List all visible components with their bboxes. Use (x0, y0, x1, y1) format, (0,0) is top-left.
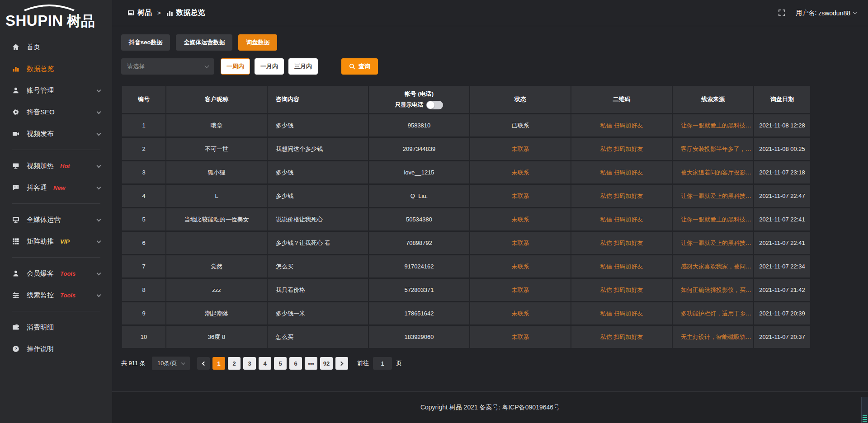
cell-source-link[interactable]: 让你一眼就爱上的黑科技，能… (673, 208, 753, 230)
sidebar-item-video-publish[interactable]: 视频发布 (0, 123, 112, 145)
cell-content: 多少钱一米 (268, 302, 368, 324)
chevron-down-icon (97, 271, 101, 276)
chevron-down-icon (97, 185, 101, 190)
table-row: 5当地比较能吃的一位美女说说价格让我死心50534380未联系私信 扫码加好友让… (122, 208, 810, 230)
cell-source-link[interactable]: 无主灯设计，智能磁吸轨道灯… (673, 326, 753, 348)
chevron-right-icon (339, 361, 344, 366)
user-menu[interactable]: 用户名: zswodun88 (796, 9, 856, 17)
cell-status: 未联系 (470, 326, 571, 348)
prev-page-button[interactable] (197, 357, 210, 370)
cell-qrcode-link[interactable]: 私信 扫码加好友 (571, 279, 672, 301)
cell-source-link[interactable]: 让你一眼就爱上的黑科技，能… (673, 114, 753, 136)
tab-inquiry-data[interactable]: 询盘数据 (238, 34, 277, 51)
inquiry-table: 编号 客户昵称 咨询内容 帐号 (电话) 只显示电话 状态 二维码 线索来源 询… (121, 85, 811, 349)
gear-icon (12, 108, 20, 116)
cell-source-link[interactable]: 感谢大家喜欢我家，被问了好… (673, 255, 753, 277)
app-logo: SHUPIN树品 (0, 0, 112, 36)
col-date: 询盘日期 (754, 86, 810, 113)
chevron-down-icon (97, 88, 101, 93)
sidebar-item-data-overview[interactable]: 数据总览 (0, 58, 112, 80)
data-type-tabs: 抖音seo数据 全媒体运营数据 询盘数据 (121, 34, 859, 51)
sidebar-item-label: 抖客通 (27, 183, 47, 192)
cell-qrcode-link[interactable]: 私信 扫码加好友 (571, 255, 672, 277)
sidebar-item-label: 抖音SEO (27, 108, 55, 117)
cell-id: 10 (122, 326, 165, 348)
cell-nickname: L (166, 185, 267, 207)
cell-qrcode-link[interactable]: 私信 扫码加好友 (571, 302, 672, 324)
col-id: 编号 (122, 86, 165, 113)
page-button-3[interactable]: 3 (243, 357, 256, 370)
table-row: 1036度 8怎么买183929060未联系私信 扫码加好友无主灯设计，智能磁吸… (122, 326, 810, 348)
cell-source-link[interactable]: 多功能护栏灯，适用于乡村文… (673, 302, 753, 324)
page-button-2[interactable]: 2 (228, 357, 241, 370)
sidebar-item-account-manage[interactable]: 账号管理 (0, 80, 112, 101)
cell-id: 9 (122, 302, 165, 324)
sidebar-divider (12, 257, 100, 258)
cell-date: 2021-11-07 22:34 (754, 255, 810, 277)
sidebar-item-operation-guide[interactable]: ?操作说明 (0, 338, 112, 360)
period-month-button[interactable]: 一月内 (255, 58, 284, 75)
goto-page: 前往 页 (357, 357, 402, 370)
period-week-button[interactable]: 一周内 (221, 58, 250, 75)
cell-qrcode-link[interactable]: 私信 扫码加好友 (571, 208, 672, 230)
cell-status: 未联系 (470, 302, 571, 324)
sidebar-item-lead-monitor[interactable]: 线索监控Tools (0, 284, 112, 306)
sidebar-item-omni-media[interactable]: 全媒体运营 (0, 209, 112, 230)
cell-content: 多少钱？让我死心 看 (268, 232, 368, 254)
col-content: 咨询内容 (268, 86, 368, 113)
cell-qrcode-link[interactable]: 私信 扫码加好友 (571, 185, 672, 207)
footer: Copyright 树品 2021 备案号: 粤ICP备09019646号 (112, 391, 868, 423)
cell-qrcode-link[interactable]: 私信 扫码加好友 (571, 138, 672, 160)
account-select[interactable]: 请选择 (121, 58, 214, 75)
tab-douyin-seo-data[interactable]: 抖音seo数据 (121, 34, 170, 51)
fullscreen-icon[interactable] (778, 9, 786, 17)
sidebar-item-badge: New (53, 184, 66, 191)
grid-icon (12, 238, 20, 245)
table-row: 8zzz我只看价格572803371未联系私信 扫码加好友如何正确选择投影仪，买… (122, 279, 810, 301)
chevron-down-icon (97, 164, 101, 168)
bar-chart-icon (166, 9, 173, 16)
page-size-select[interactable]: 10条/页 (152, 357, 190, 370)
cell-source-link[interactable]: 客厅安装投影半年多了，真实… (673, 138, 753, 160)
goto-page-input[interactable] (373, 357, 392, 370)
cell-source-link[interactable]: 让你一眼就爱上的黑科技，能… (673, 232, 753, 254)
page-button-92[interactable]: 92 (320, 357, 333, 370)
sliders-icon (12, 291, 20, 299)
table-row: 7觉然怎么买917024162未联系私信 扫码加好友感谢大家喜欢我家，被问了好…… (122, 255, 810, 277)
cell-status: 未联系 (470, 279, 571, 301)
cell-account: 178651642 (369, 302, 469, 324)
page-button-4[interactable]: 4 (259, 357, 271, 370)
page-button-6[interactable]: 6 (289, 357, 302, 370)
help-icon: ? (12, 345, 20, 352)
next-page-button[interactable] (335, 357, 348, 370)
sidebar-item-douyin-seo[interactable]: 抖音SEO (0, 101, 112, 123)
sidebar-item-home[interactable]: 首页 (0, 36, 112, 58)
tab-omnimedia-data[interactable]: 全媒体运营数据 (176, 34, 232, 51)
logo-cjk: 树品 (67, 13, 95, 29)
cell-qrcode-link[interactable]: 私信 扫码加好友 (571, 161, 672, 183)
cell-qrcode-link[interactable]: 私信 扫码加好友 (571, 326, 672, 348)
period-quarter-button[interactable]: 三月内 (288, 58, 318, 75)
sidebar-item-badge: Tools (60, 292, 75, 299)
sidebar-item-matrix-boost[interactable]: 矩阵助推VIP (0, 230, 112, 252)
more-pages-button[interactable]: ••• (305, 357, 317, 370)
copyright-text: Copyright 树品 2021 备案号: 粤ICP备09019646号 (420, 404, 560, 412)
sidebar-item-member-baoke[interactable]: 会员爆客Tools (0, 263, 112, 284)
breadcrumb-home[interactable]: 树品 (137, 8, 152, 18)
cell-qrcode-link[interactable]: 私信 扫码加好友 (571, 114, 672, 136)
cell-source-link[interactable]: 被大家追着问的客厅投影分享… (673, 161, 753, 183)
sidebar-item-douketong[interactable]: 抖客通New (0, 177, 112, 198)
cell-source-link[interactable]: 如何正确选择投影仪，买投影… (673, 279, 753, 301)
sidebar-item-consume-detail[interactable]: 消费明细 (0, 316, 112, 338)
page-button-5[interactable]: 5 (274, 357, 287, 370)
cell-id: 3 (122, 161, 165, 183)
cell-account: 2097344839 (369, 138, 469, 160)
sidebar-item-video-heating[interactable]: 视频加热Hot (0, 155, 112, 177)
cell-qrcode-link[interactable]: 私信 扫码加好友 (571, 232, 672, 254)
cell-source-link[interactable]: 让你一眼就爱上的黑科技，能… (673, 185, 753, 207)
phone-only-toggle[interactable] (426, 101, 443, 109)
breadcrumb: 树品 > 数据总览 (127, 8, 205, 18)
query-button[interactable]: 查询 (341, 58, 378, 75)
cell-nickname (166, 232, 267, 254)
page-button-1[interactable]: 1 (212, 357, 225, 370)
